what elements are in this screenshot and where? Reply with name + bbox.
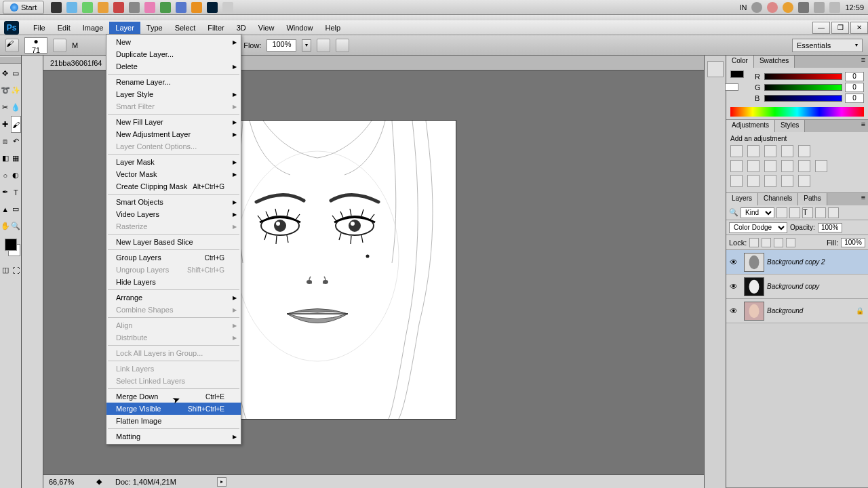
menu-view[interactable]: View bbox=[252, 22, 281, 34]
healing-tool[interactable]: ✚ bbox=[0, 116, 11, 133]
lasso-tool[interactable]: ➰ bbox=[0, 82, 11, 99]
colorlookup-icon[interactable] bbox=[815, 160, 827, 172]
brush-preview[interactable]: ● 71 bbox=[24, 37, 47, 54]
lock-transparent-icon[interactable] bbox=[749, 238, 759, 247]
visibility-toggle-icon[interactable]: 👁 bbox=[726, 306, 741, 316]
layer-thumbnail[interactable] bbox=[744, 253, 764, 272]
tray-icon[interactable] bbox=[798, 2, 809, 13]
posterize-icon[interactable] bbox=[747, 175, 760, 187]
dodge-tool[interactable]: ◐ bbox=[11, 167, 22, 184]
panel-menu-icon[interactable]: ≡ bbox=[859, 56, 868, 68]
magic-wand-tool[interactable]: ✨ bbox=[11, 82, 22, 99]
layer-name[interactable]: Background bbox=[767, 307, 803, 314]
menu-item-merge-down[interactable]: Merge DownCtrl+E bbox=[106, 390, 241, 403]
menu-help[interactable]: Help bbox=[319, 22, 347, 34]
lock-position-icon[interactable] bbox=[774, 238, 783, 247]
brightness-icon[interactable] bbox=[730, 145, 743, 157]
tab-styles[interactable]: Styles bbox=[775, 120, 805, 132]
app-icon[interactable] bbox=[98, 2, 108, 13]
channelmixer-icon[interactable] bbox=[798, 160, 810, 172]
gradientmap-icon[interactable] bbox=[781, 175, 793, 187]
tools-header[interactable] bbox=[0, 57, 21, 64]
layer-item[interactable]: 👁Background🔒 bbox=[726, 299, 868, 323]
g-slider[interactable] bbox=[764, 84, 842, 91]
tab-channels[interactable]: Channels bbox=[758, 193, 798, 205]
path-select-tool[interactable]: ▲ bbox=[0, 201, 11, 218]
eraser-tool[interactable]: ◧ bbox=[0, 150, 11, 167]
app-icon[interactable] bbox=[176, 2, 186, 13]
filter-adj-icon[interactable] bbox=[789, 207, 800, 218]
brush-tool[interactable]: 🖌 bbox=[11, 116, 22, 133]
menu-edit[interactable]: Edit bbox=[52, 22, 77, 34]
layer-name[interactable]: Background copy bbox=[767, 283, 819, 290]
shape-tool[interactable]: ▭ bbox=[11, 201, 22, 218]
flow-dropdown-icon[interactable]: ▾ bbox=[302, 39, 311, 52]
menu-file[interactable]: File bbox=[27, 22, 52, 34]
menu-item-smart-objects[interactable]: Smart Objects▶ bbox=[106, 196, 241, 208]
tray-icon[interactable] bbox=[829, 2, 840, 13]
app-icon[interactable] bbox=[160, 2, 171, 13]
invert-icon[interactable] bbox=[730, 175, 743, 187]
opacity-field[interactable]: 100% bbox=[818, 223, 842, 232]
tab-swatches[interactable]: Swatches bbox=[754, 56, 795, 68]
app-icon[interactable] bbox=[66, 2, 77, 13]
menu-item-layer-style[interactable]: Layer Style▶ bbox=[106, 88, 241, 100]
color-fg-swatch[interactable] bbox=[730, 70, 744, 78]
menu-item-matting[interactable]: Matting▶ bbox=[106, 430, 241, 443]
tray-icon[interactable] bbox=[783, 2, 793, 13]
color-swatches[interactable] bbox=[0, 239, 21, 256]
menu-item-new-layer-based-slice[interactable]: New Layer Based Slice bbox=[106, 236, 241, 248]
menu-item-flatten-image[interactable]: Flatten Image bbox=[106, 415, 241, 427]
color-spectrum[interactable] bbox=[730, 107, 864, 117]
menu-filter[interactable]: Filter bbox=[201, 22, 230, 34]
menu-item-arrange[interactable]: Arrange▶ bbox=[106, 291, 241, 304]
tray-icon[interactable] bbox=[767, 2, 778, 13]
hue-icon[interactable] bbox=[730, 160, 743, 172]
vibrance-icon[interactable] bbox=[798, 145, 810, 157]
lang-indicator[interactable]: IN bbox=[739, 3, 747, 12]
layer-item[interactable]: 👁Background copy 2 bbox=[726, 250, 868, 274]
menu-item-new-adjustment-layer[interactable]: New Adjustment Layer▶ bbox=[106, 128, 241, 140]
threshold-icon[interactable] bbox=[764, 175, 776, 187]
curves-icon[interactable] bbox=[764, 145, 776, 157]
levels-icon[interactable] bbox=[747, 145, 760, 157]
color-bg-swatch[interactable] bbox=[725, 83, 738, 91]
workspace-switcher[interactable]: Essentials▾ bbox=[792, 39, 863, 52]
marquee-tool[interactable]: ▭ bbox=[11, 65, 22, 82]
status-flyout-icon[interactable]: ▸ bbox=[217, 477, 226, 487]
photofilter-icon[interactable] bbox=[781, 160, 793, 172]
tray-icon[interactable] bbox=[814, 2, 825, 13]
brush-panel-toggle-icon[interactable] bbox=[53, 39, 66, 52]
selectivecolor-icon[interactable] bbox=[798, 175, 810, 187]
history-panel-icon[interactable] bbox=[707, 61, 724, 77]
blur-tool[interactable]: ○ bbox=[0, 167, 11, 184]
crop-tool[interactable]: ✂ bbox=[0, 99, 11, 116]
filter-type-icon[interactable]: T bbox=[802, 207, 813, 218]
maximize-button[interactable]: ❐ bbox=[831, 22, 849, 34]
menu-item-video-layers[interactable]: Video Layers▶ bbox=[106, 208, 241, 220]
zoom-tool[interactable]: 🔍 bbox=[11, 218, 22, 235]
menu-type[interactable]: Type bbox=[140, 22, 169, 34]
photoshop-taskbar-icon[interactable] bbox=[207, 2, 218, 13]
panel-menu-icon[interactable]: ≡ bbox=[859, 120, 868, 132]
gradient-tool[interactable]: ▦ bbox=[11, 150, 22, 167]
fill-field[interactable]: 100% bbox=[841, 238, 865, 247]
tray-icon[interactable] bbox=[751, 2, 762, 13]
type-tool[interactable]: T bbox=[11, 184, 22, 201]
close-button[interactable]: ✕ bbox=[850, 22, 868, 34]
b-slider[interactable] bbox=[764, 95, 842, 102]
quickmask-tool[interactable]: ◫ bbox=[0, 262, 11, 279]
app-icon[interactable] bbox=[222, 2, 233, 13]
filter-smart-icon[interactable] bbox=[828, 207, 839, 218]
lock-all-icon[interactable] bbox=[786, 238, 795, 247]
tool-preset-icon[interactable]: 🖌 bbox=[5, 39, 19, 52]
menu-window[interactable]: Window bbox=[280, 22, 319, 34]
filter-pixel-icon[interactable] bbox=[776, 207, 787, 218]
layer-item[interactable]: 👁Background copy bbox=[726, 274, 868, 299]
foreground-swatch[interactable] bbox=[5, 239, 17, 251]
start-button[interactable]: Start bbox=[3, 1, 44, 14]
app-icon[interactable] bbox=[113, 2, 124, 13]
menu-select[interactable]: Select bbox=[169, 22, 202, 34]
menu-item-new-fill-layer[interactable]: New Fill Layer▶ bbox=[106, 116, 241, 128]
tab-adjustments[interactable]: Adjustments bbox=[726, 120, 775, 132]
